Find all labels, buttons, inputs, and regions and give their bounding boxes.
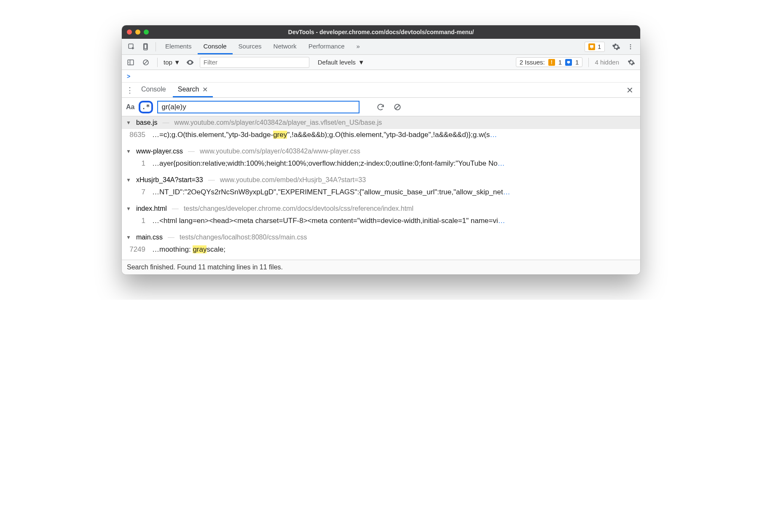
- separator: [588, 58, 589, 67]
- line-text: …=c);g.O(this.element,"ytp-3d-badge-grey…: [152, 131, 497, 139]
- result-file-header[interactable]: ▼base.js—www.youtube.com/s/player/c40384…: [122, 116, 640, 129]
- levels-label: Default levels: [318, 59, 356, 66]
- eye-icon[interactable]: [185, 57, 196, 68]
- tab-sources[interactable]: Sources: [233, 39, 268, 54]
- main-toolbar: Elements Console Sources Network Perform…: [122, 39, 640, 55]
- file-path: www.youtube.com/s/player/c403842a/player…: [174, 119, 382, 126]
- console-settings-icon[interactable]: [626, 57, 637, 68]
- result-row[interactable]: 1…ayer{position:relative;width:100%;heig…: [122, 158, 640, 174]
- svg-point-5: [630, 46, 631, 47]
- svg-rect-3: [590, 45, 593, 48]
- result-file-header[interactable]: ▼main.css—tests/changes/localhost:8080/c…: [122, 231, 640, 244]
- file-path: tests/changes/developer.chrome.com/docs/…: [184, 205, 413, 212]
- separator: —: [188, 148, 195, 155]
- tab-elements[interactable]: Elements: [159, 39, 198, 54]
- prompt-caret: >: [127, 73, 130, 80]
- context-label: top: [164, 59, 172, 66]
- highlight: gray: [193, 245, 207, 253]
- line-number: 8635: [126, 131, 145, 139]
- disclosure-triangle-icon: ▼: [126, 120, 131, 126]
- chevron-down-icon: ▼: [358, 59, 365, 66]
- maximize-window-button[interactable]: [144, 30, 149, 35]
- separator: [156, 42, 156, 51]
- file-name: main.css: [136, 234, 163, 241]
- console-prompt[interactable]: >: [122, 70, 640, 83]
- drawer-tab-console[interactable]: Console: [136, 83, 171, 97]
- svg-point-6: [630, 48, 631, 49]
- tab-network[interactable]: Network: [268, 39, 303, 54]
- device-toggle-icon[interactable]: [140, 40, 152, 53]
- error-icon: [588, 43, 595, 50]
- refresh-icon[interactable]: [376, 103, 385, 111]
- filter-input[interactable]: [200, 57, 309, 68]
- file-name: www-player.css: [136, 148, 183, 155]
- result-row[interactable]: 1…<html lang=en><head><meta charset=UTF-…: [122, 215, 640, 231]
- chevron-down-icon: ▼: [174, 59, 180, 66]
- clear-icon[interactable]: [393, 103, 402, 111]
- panel-tabs: Elements Console Sources Network Perform…: [159, 39, 366, 54]
- minimize-window-button[interactable]: [135, 30, 140, 35]
- highlight: grey: [273, 131, 287, 139]
- result-row[interactable]: 7249…moothing: grayscale;: [122, 244, 640, 260]
- line-text: …moothing: grayscale;: [152, 245, 225, 254]
- search-input[interactable]: [157, 101, 360, 113]
- drawer-tab-label: Search: [178, 86, 199, 93]
- context-dropdown[interactable]: top ▼: [164, 59, 180, 66]
- file-path: www.youtube.com/s/player/c403842a/www-pl…: [200, 148, 360, 155]
- titlebar: DevTools - developer.chrome.com/docs/dev…: [122, 25, 640, 39]
- tab-performance[interactable]: Performance: [303, 39, 351, 54]
- settings-icon[interactable]: [610, 40, 622, 53]
- disclosure-triangle-icon: ▼: [126, 206, 131, 212]
- close-window-button[interactable]: [127, 30, 132, 35]
- file-name: xHusjrb_34A?start=33: [136, 176, 203, 184]
- line-text: …<html lang=en><head><meta charset=UTF-8…: [152, 217, 505, 225]
- inspect-element-icon[interactable]: [125, 40, 138, 53]
- warning-icon: !: [548, 59, 555, 66]
- case-sensitive-toggle[interactable]: Aa: [126, 103, 134, 111]
- line-text: …ayer{position:relative;width:100%;heigh…: [152, 159, 504, 168]
- tab-console[interactable]: Console: [198, 39, 233, 54]
- issues-label: 2 Issues:: [520, 59, 545, 66]
- drawer-menu-icon[interactable]: ⋮: [125, 86, 134, 95]
- result-file-header[interactable]: ▼xHusjrb_34A?start=33—www.youtube.com/em…: [122, 174, 640, 186]
- separator: [157, 58, 158, 67]
- devtools-window: DevTools - developer.chrome.com/docs/dev…: [122, 25, 640, 274]
- drawer-tabs: ⋮ Console Search ✕ ✕: [122, 83, 640, 98]
- close-icon[interactable]: ✕: [202, 86, 208, 94]
- regex-toggle[interactable]: .*: [139, 101, 153, 113]
- line-number: 1: [126, 159, 145, 168]
- ellipsis: …: [498, 217, 505, 225]
- line-number: 1: [126, 217, 145, 225]
- hidden-count[interactable]: 4 hidden: [595, 59, 619, 66]
- file-name: index.html: [136, 205, 167, 212]
- result-row[interactable]: 7…NT_ID":"2OeQYs2rNcSnW8yxpLgD","EXPERIM…: [122, 186, 640, 202]
- kebab-menu-icon[interactable]: [624, 40, 637, 53]
- line-text: …NT_ID":"2OeQYs2rNcSnW8yxpLgD","EXPERIME…: [152, 188, 510, 196]
- ellipsis: …: [490, 131, 497, 139]
- clear-console-icon[interactable]: [140, 57, 151, 68]
- log-levels-dropdown[interactable]: Default levels ▼: [318, 59, 365, 66]
- window-title: DevTools - developer.chrome.com/docs/dev…: [127, 29, 635, 35]
- traffic-lights: [127, 30, 149, 35]
- result-file-header[interactable]: ▼index.html—tests/changes/developer.chro…: [122, 202, 640, 215]
- line-number: 7: [126, 188, 145, 196]
- disclosure-triangle-icon: ▼: [126, 148, 131, 154]
- result-row[interactable]: 8635…=c);g.O(this.element,"ytp-3d-badge-…: [122, 129, 640, 145]
- status-bar: Search finished. Found 11 matching lines…: [122, 260, 640, 274]
- ellipsis: …: [503, 188, 510, 196]
- errors-badge[interactable]: 1: [585, 42, 605, 52]
- search-toolbar: Aa .*: [122, 98, 640, 116]
- issues-button[interactable]: 2 Issues: ! 1 1: [516, 57, 583, 67]
- close-drawer-icon[interactable]: ✕: [623, 85, 637, 95]
- result-file-header[interactable]: ▼www-player.css—www.youtube.com/s/player…: [122, 145, 640, 158]
- sidebar-toggle-icon[interactable]: [125, 57, 136, 68]
- more-tabs-button[interactable]: »: [351, 39, 366, 54]
- info-icon: [565, 59, 572, 66]
- svg-rect-2: [144, 44, 147, 49]
- ellipsis: …: [497, 159, 504, 167]
- drawer-tab-search[interactable]: Search ✕: [173, 83, 213, 97]
- line-number: 7249: [126, 245, 145, 254]
- disclosure-triangle-icon: ▼: [126, 177, 131, 183]
- separator: —: [168, 234, 174, 241]
- info-count: 1: [575, 59, 579, 66]
